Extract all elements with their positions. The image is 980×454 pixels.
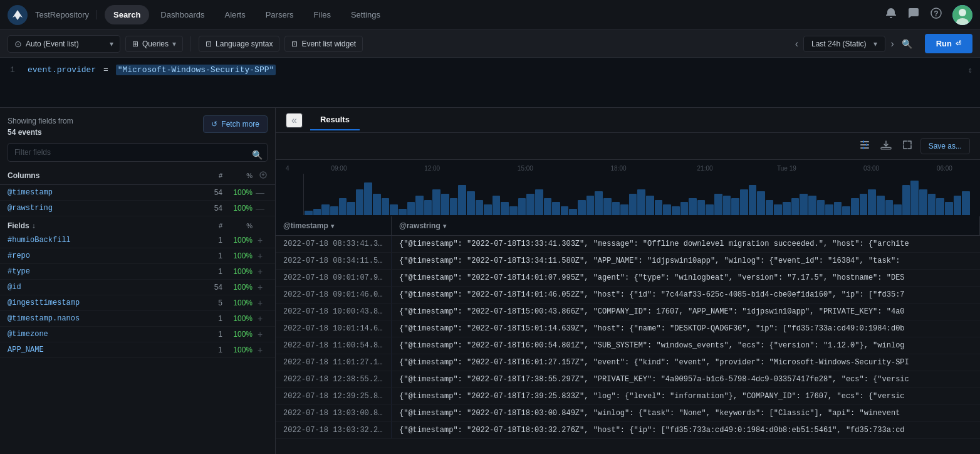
histogram-bar[interactable] [535,189,543,215]
histogram-bar[interactable] [894,204,902,215]
histogram-bar[interactable] [305,211,313,215]
histogram-bar[interactable] [962,191,970,215]
histogram-bar[interactable] [339,198,347,216]
histogram-bar[interactable] [356,189,364,215]
save-as-button[interactable]: Save as... [920,138,970,154]
histogram-bar[interactable] [586,196,595,215]
histogram-bar[interactable] [458,185,466,215]
histogram-bar[interactable] [731,198,739,216]
th-timestamp[interactable]: @timestamp ▾ [276,216,392,235]
histogram-bar[interactable] [877,196,885,215]
histogram-bar[interactable] [723,196,731,215]
histogram-bar[interactable] [825,204,833,215]
field-add-humiobackfill[interactable]: + [253,235,268,245]
field-add-id[interactable]: + [253,282,268,292]
histogram-bar[interactable] [476,200,484,215]
histogram-bar[interactable] [783,202,791,215]
histogram-bar[interactable] [749,185,757,215]
expand-icon[interactable]: ⇕ [967,65,972,75]
histogram-bar[interactable] [347,202,355,215]
histogram-bar[interactable] [697,200,706,215]
histogram-bar[interactable] [364,182,372,215]
histogram-bar[interactable] [561,206,569,215]
table-row[interactable]: 2022-07-18 13:03:32.276 {"@timestamp": "… [276,422,980,439]
histogram-bar[interactable] [868,189,876,215]
queries-button[interactable]: ⊞ Queries ▾ [125,36,183,52]
histogram-bar[interactable] [518,198,526,216]
download-button[interactable] [878,137,894,156]
histogram-bar[interactable] [382,198,390,216]
expand-button[interactable] [899,137,915,156]
histogram-bar[interactable] [680,202,689,215]
histogram-bar[interactable] [800,194,808,215]
histogram-bar[interactable] [902,185,910,215]
histogram-bar[interactable] [390,204,398,215]
field-add-timestamp-nanos[interactable]: + [253,314,268,324]
histogram-bar[interactable] [526,194,534,215]
histogram-bar[interactable] [842,206,850,215]
histogram-bar[interactable] [578,200,586,215]
filter-fields-input[interactable] [8,143,268,162]
histogram-bar[interactable] [321,204,330,215]
field-add-appname[interactable]: + [253,345,268,355]
histogram-bar[interactable] [740,189,748,215]
field-add-timezone[interactable]: + [253,329,268,339]
table-row[interactable]: 2022-07-18 09:01:07.995 {"@timestamp": "… [276,270,980,287]
histogram-bar[interactable] [415,196,424,215]
histogram-bar[interactable] [552,202,560,215]
histogram-bar[interactable] [672,206,680,215]
histogram-bar[interactable] [928,194,936,215]
user-avatar[interactable] [952,5,972,25]
histogram-bar[interactable] [714,194,722,215]
histogram-bar[interactable] [603,198,612,216]
histogram-bar[interactable] [774,204,782,215]
field-add-type[interactable]: + [253,267,268,277]
histogram-bar[interactable] [407,202,415,215]
table-row[interactable]: 2022-07-18 11:01:27.157 {"@timestamp": "… [276,354,980,371]
histogram-bar[interactable] [544,198,552,216]
histogram-bar[interactable] [569,209,577,215]
histogram-bar[interactable] [954,196,962,215]
histogram-bar[interactable] [620,204,628,215]
histogram-bar[interactable] [689,198,697,216]
histogram-bar[interactable] [817,200,825,215]
histogram-bar[interactable] [467,191,475,215]
histogram-bar[interactable] [706,204,714,215]
histogram-bar[interactable] [501,202,509,215]
query-editor[interactable]: 1 event.provider = "Microsoft-Windows-Se… [0,58,980,108]
table-row[interactable]: 2022-07-18 13:03:00.849 {"@timestamp": "… [276,405,980,422]
event-list-widget-button[interactable]: ⊡ Event list widget [284,36,363,52]
histogram-bar[interactable] [808,196,816,215]
histogram-bar[interactable] [595,191,603,215]
histogram-bar[interactable] [330,206,338,215]
nav-item-search[interactable]: Search [105,5,149,24]
histogram-bar[interactable] [509,206,518,215]
column-remove-timestamp[interactable]: — [253,187,268,198]
time-next-button[interactable]: › [888,36,896,52]
notification-icon[interactable] [885,7,897,23]
table-row[interactable]: 2022-07-18 08:33:41.303 {"@timestamp": "… [276,236,980,253]
table-row[interactable]: 2022-07-18 09:01:46.052 {"@timestamp": "… [276,287,980,304]
collapse-sidebar-button[interactable]: « [286,113,303,128]
histogram-bar[interactable] [834,202,842,215]
histogram-bar[interactable] [936,198,944,216]
nav-item-settings[interactable]: Settings [342,5,389,24]
time-prev-button[interactable]: ‹ [793,36,801,52]
nav-item-files[interactable]: Files [305,5,340,24]
help-icon[interactable]: ? [930,7,942,23]
nav-item-dashboards[interactable]: Dashboards [152,5,213,24]
histogram-bar[interactable] [629,194,637,215]
histogram-bar[interactable] [424,200,432,215]
table-row[interactable]: 2022-07-18 10:00:43.866 {"@timestamp": "… [276,304,980,320]
zoom-out-button[interactable]: 🔍 [899,36,915,51]
run-button[interactable]: Run ⏎ [925,34,972,53]
column-remove-rawstring[interactable]: — [253,203,268,213]
chat-icon[interactable] [907,7,920,23]
fetch-more-button[interactable]: ↺ Fetch more [203,115,268,133]
histogram-bar[interactable] [919,189,927,215]
histogram-bar[interactable] [757,191,765,215]
nav-item-alerts[interactable]: Alerts [216,5,254,24]
time-selector[interactable]: Last 24h (Static) ▾ [803,36,885,52]
histogram-bar[interactable] [637,189,645,215]
table-row[interactable]: 2022-07-18 08:34:11.580 {"@timestamp": "… [276,253,980,270]
